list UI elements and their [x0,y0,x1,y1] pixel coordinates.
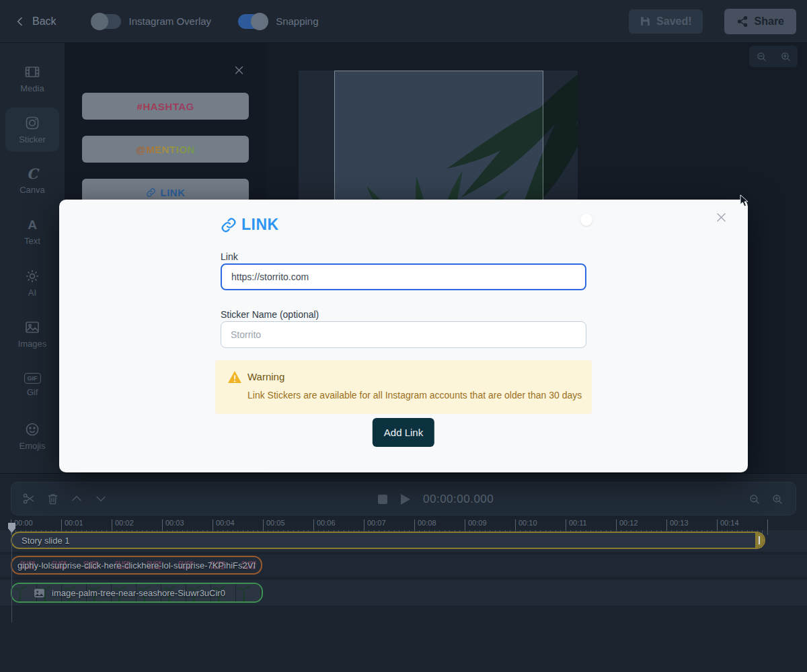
move-layer-down-button[interactable] [94,492,108,505]
storrito-editor: Back Instagram Overlay Snapping Saved! S… [0,0,807,672]
share-button[interactable]: Share [724,9,796,34]
close-icon [233,65,245,76]
timeline-empty-area [0,622,807,672]
share-icon [736,15,748,28]
sticker-name-label: Sticker Name (optional) [221,309,319,320]
ruler-major-tick [465,519,465,530]
sidebar-item-emojis[interactable]: Emojis [5,414,59,458]
film-icon [24,64,40,80]
track-label: giphy-lolsurprise-click-here-clickhere-l… [17,560,256,571]
ruler-major-tick [213,519,213,530]
ruler-major-tick [364,519,364,530]
ruler-label: 00:14 [720,519,739,527]
close-icon [715,211,728,224]
ruler-label: 00:11 [569,519,587,527]
warning-box: Warning Link Stickers are available for … [215,360,592,414]
track-label: image-palm-tree-near-seashore-Siuwr3uCir… [52,588,225,598]
saved-label: Saved! [656,15,691,28]
ruler-major-tick [717,519,718,530]
move-layer-up-button[interactable] [70,492,83,505]
stop-button[interactable] [377,494,388,505]
modal-title-text: LINK [241,216,279,234]
ruler-label: 00:10 [518,519,537,527]
snapping-toggle[interactable] [238,14,268,29]
track-label: Story slide 1 [22,536,70,546]
zoom-out-icon[interactable] [756,51,767,62]
ruler-label: 00:08 [418,519,436,527]
play-button[interactable] [400,493,411,505]
hashtag-label: #HASHTAG [137,101,194,112]
left-sidebar: Media Sticker C Canva A Text AI Images G… [0,43,65,473]
ruler-major-tick [767,519,768,530]
ruler-label: 00:13 [670,519,689,527]
timeline-zoom-out-icon[interactable] [748,493,761,505]
text-icon: A [28,218,37,233]
sidebar-item-label: Sticker [19,134,46,144]
sidebar-item-images[interactable]: Images [5,312,59,356]
sidebar-item-canva[interactable]: C Canva [5,159,59,203]
mention-sticker-button[interactable]: @MENTION [82,136,249,163]
chevron-left-icon [15,16,26,27]
share-label: Share [755,15,784,28]
sidebar-item-label: Images [18,339,47,349]
track-giphy-sticker[interactable]: CLICK HERE CLICK HERE CLICK HERE CLICK H… [11,556,262,575]
sidebar-item-label: Emojis [19,441,45,451]
link-sticker-label: LINK [161,187,186,198]
timeline-toolbar: 00:00:00.000 [11,482,796,515]
toggle-knob [91,13,108,30]
ruler-major-tick [61,519,62,530]
ruler-label: 00:09 [468,519,487,527]
modal-title: LINK [221,216,279,234]
sticker-name-input[interactable] [221,321,586,348]
instagram-sticker-icon [24,115,40,131]
hashtag-sticker-button[interactable]: #HASHTAG [82,93,249,120]
track-trim-handle[interactable] [755,533,764,548]
modal-close-button[interactable] [715,211,728,226]
back-button[interactable]: Back [15,15,56,28]
link-input[interactable] [221,263,586,290]
add-link-button[interactable]: Add Link [373,418,434,447]
canvas-zoom-controls [749,46,798,67]
ruler-major-tick [566,519,566,530]
timeline-zoom-in-icon[interactable] [771,493,783,505]
sidebar-item-text[interactable]: A Text [5,210,59,254]
image-icon [34,588,45,598]
panel-close-button[interactable] [233,65,245,79]
ruler-major-tick [414,519,415,530]
link-modal: LINK Link Sticker Name (optional) Warnin… [59,200,748,472]
sidebar-item-media[interactable]: Media [5,56,59,101]
mention-label: @MENTION [136,144,195,155]
ruler-major-tick [112,519,112,530]
floppy-disk-icon [640,15,651,27]
sidebar-item-ai[interactable]: AI [5,261,59,305]
track-story-slide[interactable]: Story slide 1 [11,532,765,549]
saved-button[interactable]: Saved! [629,9,702,34]
playhead-line [11,532,12,622]
time-display: 00:00:00.000 [423,493,494,506]
ruler-label: 00:04 [216,519,235,527]
ruler-label: 00:06 [317,519,336,527]
trash-icon [46,493,59,505]
chevron-up-icon [70,492,83,505]
delete-button[interactable] [46,493,59,505]
ruler-label: 00:12 [619,519,638,527]
warning-message: Link Stickers are available for all Inst… [247,390,582,401]
ruler-major-tick [313,519,314,530]
ruler-major-tick [162,519,163,530]
sidebar-item-label: Text [24,236,40,246]
zoom-in-icon[interactable] [780,51,792,62]
toggle-knob [251,13,268,30]
warning-title: Warning [247,371,284,382]
instagram-overlay-toggle[interactable] [91,14,121,29]
scissors-icon [22,492,36,505]
ruler-label: 00:00 [14,519,33,527]
warning-triangle-icon [227,370,242,384]
sidebar-item-gif[interactable]: GIF Gif [5,363,59,407]
sidebar-item-label: Canva [20,185,45,195]
track-palm-image[interactable]: image-palm-tree-near-seashore-Siuwr3uCir… [11,583,263,603]
canva-icon: C [27,167,38,181]
back-label: Back [32,15,56,28]
cut-button[interactable] [22,492,36,505]
sidebar-item-sticker[interactable]: Sticker [5,108,59,152]
ruler-label: 00:05 [266,519,285,527]
